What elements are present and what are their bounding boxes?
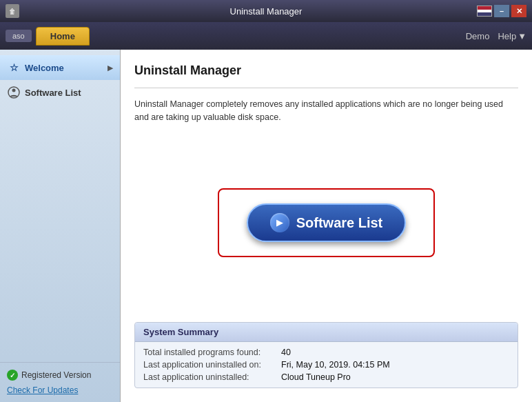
- play-icon: ▶: [270, 213, 289, 232]
- system-summary-header: System Summary: [135, 323, 518, 342]
- software-list-button-label: Software List: [296, 215, 383, 231]
- content-area: Uninstall Manager Uninstall Manager comp…: [121, 50, 532, 402]
- help-label: Help: [498, 31, 516, 41]
- registered-icon: ✓: [7, 370, 18, 381]
- software-list-icon: [7, 86, 21, 99]
- welcome-icon: ☆: [7, 61, 21, 74]
- help-arrow-icon: ▼: [518, 31, 526, 41]
- main-layout: ☆ Welcome ▶ Software List ✓ Registered V…: [0, 50, 532, 402]
- menubar-right: Demo Help ▼: [466, 31, 526, 41]
- software-list-highlight: ▶ Software List: [218, 188, 436, 257]
- content-divider: [134, 88, 518, 88]
- content-description: Uninstall Manager completely removes any…: [134, 98, 518, 124]
- summary-row-programs: Total installed programs found: 40: [143, 348, 509, 357]
- flag-icon: [477, 6, 492, 17]
- content-title: Uninstall Manager: [134, 63, 518, 78]
- system-summary-body: Total installed programs found: 40 Last …: [135, 342, 518, 388]
- summary-value-last-on: Fri, May 10, 2019. 04:15 PM: [281, 360, 390, 370]
- tab-home[interactable]: Home: [36, 27, 90, 46]
- sidebar-bottom: ✓ Registered Version Check For Updates: [0, 362, 120, 402]
- summary-label-programs: Total installed programs found:: [143, 348, 281, 357]
- software-list-area: ▶ Software List: [134, 132, 518, 314]
- summary-label-last: Last application uninstalled:: [143, 372, 281, 382]
- sidebar-item-software-list[interactable]: Software List: [0, 80, 120, 105]
- help-button[interactable]: Help ▼: [498, 31, 526, 41]
- title-bar-controls: – ✕: [477, 5, 526, 17]
- sidebar-welcome-label: Welcome: [25, 63, 64, 73]
- summary-row-last-uninstalled-on: Last application uninstalled on: Fri, Ma…: [143, 360, 509, 370]
- check-updates-link[interactable]: Check For Updates: [7, 385, 78, 395]
- demo-button[interactable]: Demo: [466, 31, 490, 41]
- system-summary: System Summary Total installed programs …: [134, 322, 518, 388]
- software-list-button[interactable]: ▶ Software List: [247, 203, 407, 242]
- summary-label-last-on: Last application uninstalled on:: [143, 360, 281, 370]
- summary-value-programs: 40: [281, 348, 291, 357]
- registered-badge: ✓ Registered Version: [7, 370, 113, 381]
- sidebar-item-welcome[interactable]: ☆ Welcome ▶: [0, 55, 120, 80]
- sidebar: ☆ Welcome ▶ Software List ✓ Registered V…: [0, 50, 121, 402]
- menubar: aso Home Demo Help ▼: [0, 22, 532, 50]
- summary-value-last: Cloud Tuneup Pro: [281, 372, 351, 382]
- summary-row-last-uninstalled: Last application uninstalled: Cloud Tune…: [143, 372, 509, 382]
- app-icon: 🗑: [6, 4, 19, 18]
- sidebar-software-list-label: Software List: [25, 88, 81, 98]
- window-title: Uninstall Manager: [230, 6, 303, 17]
- logo-label: aso: [6, 30, 32, 42]
- close-button[interactable]: ✕: [511, 5, 526, 17]
- title-bar: 🗑 Uninstall Manager – ✕: [0, 0, 532, 22]
- title-bar-left: 🗑: [6, 4, 19, 18]
- minimize-button[interactable]: –: [494, 5, 509, 17]
- svg-point-1: [12, 89, 16, 92]
- registered-label: Registered Version: [21, 370, 91, 380]
- welcome-arrow-icon: ▶: [108, 64, 113, 72]
